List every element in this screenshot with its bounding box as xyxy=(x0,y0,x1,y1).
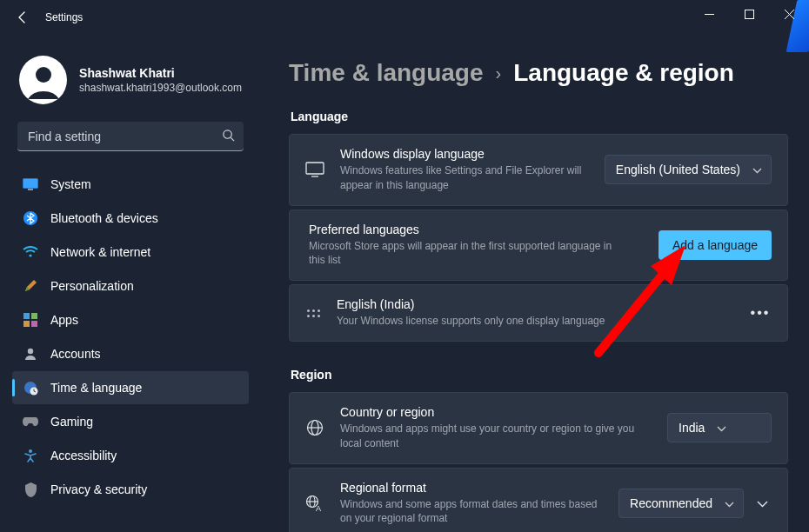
gamepad-icon xyxy=(23,414,38,429)
add-language-button[interactable]: Add a language xyxy=(659,230,772,260)
search-icon xyxy=(222,129,235,144)
svg-rect-7 xyxy=(28,189,33,190)
avatar xyxy=(19,56,67,104)
section-language-label: Language xyxy=(291,110,788,123)
page-title: Language & region xyxy=(513,59,734,87)
card-display-language: Windows display language Windows feature… xyxy=(289,134,788,206)
card-subtitle: Windows and some apps format dates and t… xyxy=(340,497,603,527)
window-title: Settings xyxy=(45,11,83,23)
sidebar-item-label: Network & internet xyxy=(50,245,150,259)
monitor-outline-icon xyxy=(305,160,324,179)
svg-rect-11 xyxy=(31,313,37,319)
chevron-down-icon xyxy=(752,163,762,176)
sidebar-item-label: Bluetooth & devices xyxy=(50,211,158,225)
bluetooth-icon xyxy=(23,210,38,226)
drag-handle-icon[interactable] xyxy=(305,309,321,317)
card-title: Preferred languages xyxy=(309,223,643,236)
profile-block[interactable]: Shashwat Khatri shashwat.khatri1993@outl… xyxy=(3,40,257,122)
sidebar-item-time-language[interactable]: Time & language xyxy=(12,371,249,404)
svg-point-17 xyxy=(29,449,32,453)
globe-icon xyxy=(305,418,324,437)
sidebar-item-system[interactable]: System xyxy=(12,168,249,201)
sidebar-item-network[interactable]: Network & internet xyxy=(12,236,249,269)
sidebar-item-apps[interactable]: Apps xyxy=(12,303,249,336)
card-regional-format: A Regional format Windows and some apps … xyxy=(289,468,788,532)
card-country-region: Country or region Windows and apps might… xyxy=(289,392,788,464)
svg-rect-13 xyxy=(31,321,37,327)
chevron-down-icon xyxy=(725,496,734,510)
country-dropdown[interactable]: India xyxy=(667,413,772,442)
sidebar-item-label: Apps xyxy=(50,313,78,327)
svg-text:A: A xyxy=(316,504,321,512)
svg-point-9 xyxy=(29,254,31,256)
back-button[interactable] xyxy=(12,7,33,28)
svg-point-3 xyxy=(36,67,51,83)
chevron-right-icon: › xyxy=(496,63,502,83)
breadcrumb-parent[interactable]: Time & language xyxy=(289,59,484,87)
card-preferred-languages: Preferred languages Microsoft Store apps… xyxy=(289,209,788,282)
sidebar-item-personalization[interactable]: Personalization xyxy=(12,269,249,303)
sidebar-item-accounts[interactable]: Accounts xyxy=(12,337,249,370)
svg-rect-18 xyxy=(306,163,324,174)
close-button[interactable] xyxy=(769,0,809,28)
accessibility-icon xyxy=(23,448,38,463)
dropdown-value: India xyxy=(679,421,705,435)
card-title: Regional format xyxy=(340,481,603,495)
sidebar-item-label: Time & language xyxy=(50,381,142,395)
svg-point-14 xyxy=(28,349,33,354)
sidebar-item-label: Accounts xyxy=(50,347,101,361)
card-title: Windows display language xyxy=(340,147,589,161)
paintbrush-icon xyxy=(23,278,38,294)
card-language-entry[interactable]: English (India) Your Windows license sup… xyxy=(289,284,788,342)
display-language-dropdown[interactable]: English (United States) xyxy=(605,155,772,184)
language-name: English (India) xyxy=(337,297,733,311)
language-note: Your Windows license supports only one d… xyxy=(337,314,702,329)
svg-rect-1 xyxy=(745,10,753,18)
titlebar: Settings xyxy=(0,0,809,35)
section-region-label: Region xyxy=(291,368,788,382)
apps-icon xyxy=(23,312,38,328)
more-options-button[interactable]: ••• xyxy=(749,305,772,321)
search-input[interactable] xyxy=(17,122,244,151)
card-subtitle: Microsoft Store apps will appear in the … xyxy=(309,239,631,269)
svg-rect-6 xyxy=(23,179,38,189)
maximize-button[interactable] xyxy=(729,0,769,28)
dropdown-value: Recommended xyxy=(630,496,712,510)
sidebar-item-accessibility[interactable]: Accessibility xyxy=(12,439,249,472)
sidebar-item-bluetooth[interactable]: Bluetooth & devices xyxy=(12,202,249,235)
sidebar-item-gaming[interactable]: Gaming xyxy=(12,405,249,438)
profile-email: shashwat.khatri1993@outlook.com xyxy=(79,82,242,94)
svg-rect-12 xyxy=(23,321,30,327)
minimize-button[interactable] xyxy=(689,0,729,28)
sidebar-item-label: Accessibility xyxy=(50,449,117,462)
shield-icon xyxy=(23,482,38,497)
svg-point-4 xyxy=(224,130,231,138)
sidebar: Shashwat Khatri shashwat.khatri1993@outl… xyxy=(0,35,261,532)
wifi-icon xyxy=(23,244,38,260)
main-content: Time & language › Language & region Lang… xyxy=(261,35,809,532)
sidebar-item-privacy[interactable]: Privacy & security xyxy=(12,473,249,506)
chevron-down-icon xyxy=(717,421,726,435)
card-title: Country or region xyxy=(340,405,652,419)
card-subtitle: Windows and apps might use your country … xyxy=(340,422,652,451)
card-subtitle: Windows features like Settings and File … xyxy=(340,163,589,193)
sidebar-item-label: Privacy & security xyxy=(50,482,147,496)
profile-name: Shashwat Khatri xyxy=(79,66,242,80)
expand-button[interactable] xyxy=(752,496,772,510)
breadcrumb: Time & language › Language & region xyxy=(289,59,788,87)
svg-line-5 xyxy=(231,137,234,141)
sidebar-item-label: System xyxy=(50,177,91,191)
dropdown-value: English (United States) xyxy=(616,163,740,176)
svg-rect-10 xyxy=(23,313,30,319)
monitor-icon xyxy=(23,176,38,192)
regional-format-dropdown[interactable]: Recommended xyxy=(618,489,744,518)
sidebar-item-label: Gaming xyxy=(50,415,93,429)
person-icon xyxy=(23,346,38,362)
world-script-icon: A xyxy=(305,494,324,513)
sidebar-item-label: Personalization xyxy=(50,279,134,293)
globe-clock-icon xyxy=(23,380,38,396)
